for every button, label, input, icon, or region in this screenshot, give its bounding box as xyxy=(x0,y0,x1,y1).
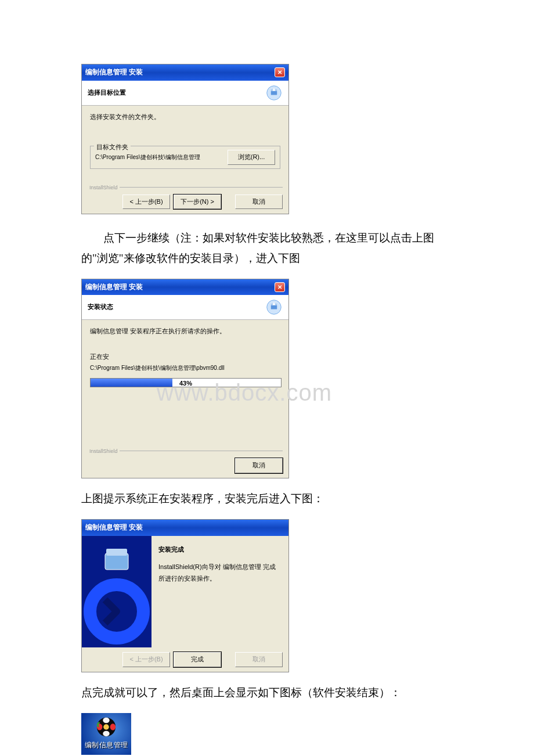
complete-heading: 安装完成 xyxy=(158,544,282,556)
install-dialog-progress: 编制信息管理 安装 ✕ 安装状态 编制信息管理 安装程序正在执行所请求的操作。 … xyxy=(81,279,289,478)
dialog-body: 编制信息管理 安装程序正在执行所请求的操作。 正在安 C:\Program Fi… xyxy=(82,320,288,422)
body-text: 选择安装文件的文件夹。 xyxy=(90,111,280,123)
svg-rect-4 xyxy=(271,305,277,309)
fieldset-label: 目标文件夹 xyxy=(94,142,131,153)
install-dialog-location: 编制信息管理 安装 ✕ 选择目标位置 选择安装文件的文件夹。 目标文件夹 C:\… xyxy=(81,64,289,214)
dialog-header: 选择目标位置 xyxy=(82,81,288,106)
wizard-banner-image xyxy=(82,536,151,647)
cancel-button[interactable]: 取消 xyxy=(235,458,283,473)
back-button[interactable]: < 上一步(B) xyxy=(122,195,170,210)
back-button: < 上一步(B) xyxy=(122,652,170,667)
dialog-heading: 安装状态 xyxy=(88,301,113,313)
cancel-button: 取消 xyxy=(235,652,283,667)
svg-point-14 xyxy=(103,731,109,737)
install-path: C:\Program Files\捷创科技\编制信息管理 xyxy=(95,152,200,163)
divider: InstallShield xyxy=(88,451,283,451)
instruction-para-3: 点完成就可以了，然后桌面上会显示如下图标（软件安装结束）： xyxy=(81,683,453,703)
app-icon xyxy=(95,716,117,738)
dialog-header: 安装状态 xyxy=(82,295,288,320)
window-title: 编制信息管理 安装 xyxy=(85,521,143,534)
complete-text: InstallShield(R)向导对 编制信息管理 完成所进行的安装操作。 xyxy=(158,561,282,585)
window-title: 编制信息管理 安装 xyxy=(85,281,143,294)
installer-icon xyxy=(265,84,283,102)
titlebar: 编制信息管理 安装 ✕ xyxy=(82,64,288,81)
progress-bar: 43% xyxy=(90,378,282,387)
dialog-body: 安装完成 InstallShield(R)向导对 编制信息管理 完成所进行的安装… xyxy=(151,536,288,647)
svg-point-12 xyxy=(103,718,109,723)
svg-point-13 xyxy=(110,723,116,730)
progress-text: 43% xyxy=(179,378,192,390)
dialog-footer: 取消 xyxy=(82,453,288,478)
next-button[interactable]: 下一步(N) > xyxy=(174,195,221,210)
dialog-heading: 选择目标位置 xyxy=(88,87,126,99)
shortcut-label: 编制信息管理 xyxy=(85,739,128,752)
cancel-button[interactable]: 取消 xyxy=(235,195,283,210)
browse-button[interactable]: 浏览(R)... xyxy=(228,150,275,165)
dialog-body: 选择安装文件的文件夹。 目标文件夹 C:\Program Files\捷创科技\… xyxy=(82,106,288,187)
install-dialog-complete: 编制信息管理 安装 安装完成 InstallShield(R)向导对 编制信息管… xyxy=(81,519,289,672)
svg-rect-9 xyxy=(106,549,127,556)
instruction-para-1: 点下一步继续（注：如果对软件安装比较熟悉，在这里可以点击上图的"浏览"来修改软件… xyxy=(81,228,453,268)
svg-point-11 xyxy=(103,724,109,730)
current-file-path: C:\Program Files\捷创科技\编制信息管理\pbvm90.dll xyxy=(90,363,280,373)
target-folder-fieldset: 目标文件夹 C:\Program Files\捷创科技\编制信息管理 浏览(R)… xyxy=(90,146,280,169)
dialog-footer: < 上一步(B) 完成 取消 xyxy=(82,647,288,672)
dialog-footer: < 上一步(B) 下一步(N) > 取消 xyxy=(82,190,288,214)
window-title: 编制信息管理 安装 xyxy=(85,66,143,79)
desktop-shortcut[interactable]: 编制信息管理 xyxy=(81,713,131,755)
svg-rect-1 xyxy=(271,91,277,95)
close-icon[interactable]: ✕ xyxy=(275,67,285,77)
titlebar: 编制信息管理 安装 xyxy=(82,520,288,536)
instruction-para-2: 上图提示系统正在安装程序，安装完后进入下图： xyxy=(81,489,453,509)
progress-fill xyxy=(91,379,172,387)
divider: InstallShield xyxy=(88,187,283,188)
close-icon[interactable]: ✕ xyxy=(275,282,285,292)
installer-icon xyxy=(265,298,283,316)
status-text: 编制信息管理 安装程序正在执行所请求的操作。 xyxy=(90,326,280,337)
installing-label: 正在安 xyxy=(90,351,280,363)
svg-rect-8 xyxy=(105,553,128,570)
titlebar: 编制信息管理 安装 ✕ xyxy=(82,279,288,296)
dialog-main: 安装完成 InstallShield(R)向导对 编制信息管理 完成所进行的安装… xyxy=(82,536,288,647)
finish-button[interactable]: 完成 xyxy=(174,652,221,667)
